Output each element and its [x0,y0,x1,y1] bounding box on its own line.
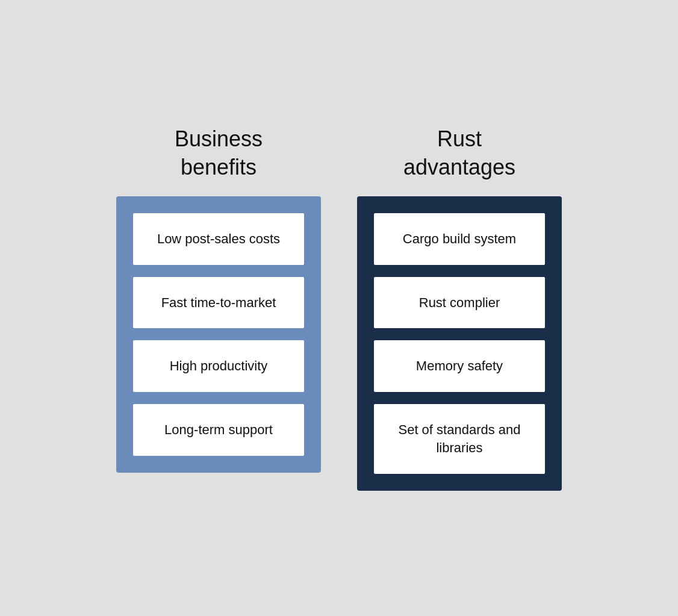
right-column-title: Rust advantages [403,125,515,182]
right-card-4: Set of standards and libraries [374,404,545,473]
left-card-4: Long-term support [133,404,304,456]
left-card-1: Low post-sales costs [133,213,304,265]
left-column-title: Business benefits [175,125,263,182]
right-card-container: Cargo build system Rust complier Memory … [357,196,562,490]
left-column: Business benefits Low post-sales costs F… [116,125,321,472]
right-card-1: Cargo build system [374,213,545,265]
main-container: Business benefits Low post-sales costs F… [116,125,562,490]
right-card-2: Rust complier [374,277,545,329]
left-card-2: Fast time-to-market [133,277,304,329]
left-card-container: Low post-sales costs Fast time-to-market… [116,196,321,473]
left-card-3: High productivity [133,340,304,392]
right-card-3: Memory safety [374,340,545,392]
right-column: Rust advantages Cargo build system Rust … [357,125,562,490]
